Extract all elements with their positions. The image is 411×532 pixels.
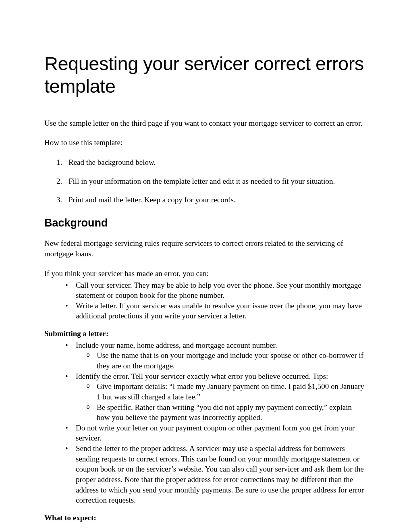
list-item: Send the letter to the proper address. A…	[76, 443, 367, 505]
list-item: 2.Fill in your information on the templa…	[56, 176, 367, 187]
item-text: Include your name, home address, and mor…	[76, 341, 277, 349]
list-item: Use the name that is on your mortgage an…	[97, 350, 367, 371]
submitting-list: Include your name, home address, and mor…	[44, 340, 367, 505]
step-text: Print and mail the letter. Keep a copy f…	[68, 195, 236, 204]
list-item: Write a letter. If your servicer was una…	[76, 301, 367, 321]
background-para-1: New federal mortgage servicing rules req…	[44, 238, 367, 260]
steps-list: 1.Read the background below. 2.Fill in y…	[44, 157, 367, 206]
list-item: Identify the error. Tell your servicer e…	[76, 371, 367, 423]
sub-list: Use the name that is on your mortgage an…	[76, 350, 367, 371]
list-item: Do not write your letter on your payment…	[76, 423, 367, 443]
page-title: Requesting your servicer correct errors …	[44, 52, 367, 98]
step-text: Read the background below.	[68, 158, 156, 166]
background-heading: Background	[44, 217, 367, 229]
list-item: 1.Read the background below.	[56, 157, 367, 168]
submitting-heading: Submitting a letter:	[44, 328, 367, 339]
background-para-2: If you think your servicer has made an e…	[44, 268, 367, 279]
item-text: Identify the error. Tell your servicer e…	[76, 372, 328, 380]
expect-heading: What to expect:	[44, 513, 367, 524]
sub-list: Give important details: “I made my Janua…	[76, 381, 367, 423]
intro-paragraph: Use the sample letter on the third page …	[44, 118, 367, 129]
options-list: Call your servicer. They may be able to …	[44, 280, 367, 322]
how-to-label: How to use this template:	[44, 137, 367, 148]
list-item: 3.Print and mail the letter. Keep a copy…	[56, 195, 367, 206]
list-item: Be specific. Rather than writing “you di…	[97, 402, 367, 423]
list-item: Give important details: “I made my Janua…	[97, 381, 367, 402]
list-item: Call your servicer. They may be able to …	[76, 280, 367, 301]
list-item: Include your name, home address, and mor…	[76, 340, 367, 371]
step-text: Fill in your information on the template…	[68, 177, 335, 185]
